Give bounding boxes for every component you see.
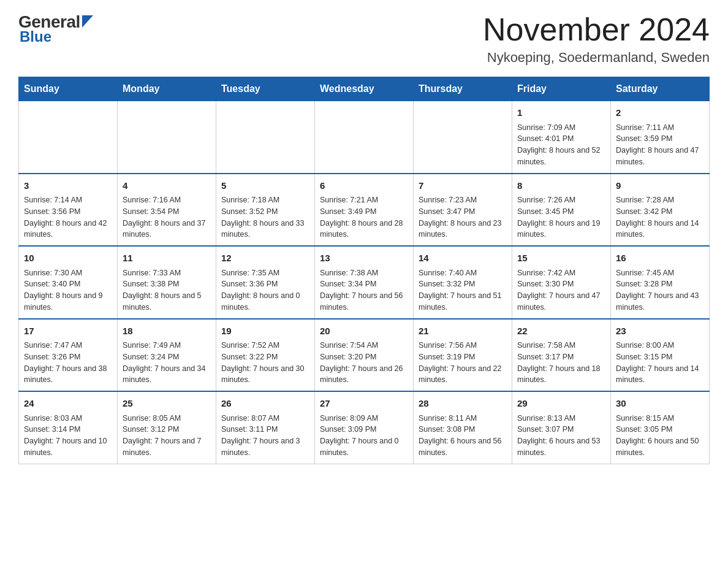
- day-number: 19: [221, 324, 309, 339]
- day-number: 30: [616, 397, 704, 411]
- calendar-cell: 16Sunrise: 7:45 AMSunset: 3:28 PMDayligh…: [611, 246, 710, 319]
- header-friday: Friday: [512, 77, 611, 101]
- sun-info: Sunrise: 7:58 AMSunset: 3:17 PMDaylight:…: [517, 340, 605, 386]
- calendar-cell: 29Sunrise: 8:13 AMSunset: 3:07 PMDayligh…: [512, 391, 611, 464]
- calendar-cell: 3Sunrise: 7:14 AMSunset: 3:56 PMDaylight…: [19, 174, 118, 247]
- calendar-cell: 14Sunrise: 7:40 AMSunset: 3:32 PMDayligh…: [414, 246, 512, 319]
- day-number: 25: [123, 397, 211, 411]
- sun-info: Sunrise: 7:30 AMSunset: 3:40 PMDaylight:…: [24, 267, 112, 313]
- sun-info: Sunrise: 7:49 AMSunset: 3:24 PMDaylight:…: [123, 340, 211, 386]
- calendar-table: SundayMondayTuesdayWednesdayThursdayFrid…: [18, 77, 710, 464]
- sun-info: Sunrise: 7:47 AMSunset: 3:26 PMDaylight:…: [24, 340, 112, 386]
- sun-info: Sunrise: 7:52 AMSunset: 3:22 PMDaylight:…: [221, 340, 309, 386]
- sun-info: Sunrise: 7:56 AMSunset: 3:19 PMDaylight:…: [419, 340, 507, 386]
- calendar-cell: [414, 101, 512, 174]
- sun-info: Sunrise: 8:13 AMSunset: 3:07 PMDaylight:…: [517, 413, 605, 459]
- day-number: 12: [221, 251, 309, 266]
- day-number: 3: [24, 179, 112, 193]
- day-number: 13: [320, 251, 408, 266]
- day-number: 6: [320, 179, 408, 193]
- sun-info: Sunrise: 7:18 AMSunset: 3:52 PMDaylight:…: [221, 194, 309, 240]
- calendar-cell: 30Sunrise: 8:15 AMSunset: 3:05 PMDayligh…: [611, 391, 710, 464]
- day-number: 15: [517, 251, 605, 266]
- calendar-week-row: 24Sunrise: 8:03 AMSunset: 3:14 PMDayligh…: [19, 391, 710, 464]
- calendar-cell: 1Sunrise: 7:09 AMSunset: 4:01 PMDaylight…: [512, 101, 611, 174]
- day-number: 14: [419, 251, 507, 266]
- sun-info: Sunrise: 7:45 AMSunset: 3:28 PMDaylight:…: [616, 267, 704, 313]
- calendar-cell: 24Sunrise: 8:03 AMSunset: 3:14 PMDayligh…: [19, 391, 118, 464]
- day-number: 22: [517, 324, 605, 339]
- day-number: 27: [320, 397, 408, 411]
- sun-info: Sunrise: 7:35 AMSunset: 3:36 PMDaylight:…: [221, 267, 309, 313]
- header-sunday: Sunday: [19, 77, 118, 101]
- calendar-cell: 21Sunrise: 7:56 AMSunset: 3:19 PMDayligh…: [414, 319, 512, 392]
- calendar-cell: 11Sunrise: 7:33 AMSunset: 3:38 PMDayligh…: [118, 246, 216, 319]
- logo-blue-text: Blue: [20, 28, 51, 45]
- day-number: 28: [419, 397, 507, 411]
- calendar-cell: 7Sunrise: 7:23 AMSunset: 3:47 PMDaylight…: [414, 174, 512, 247]
- day-number: 18: [123, 324, 211, 339]
- sun-info: Sunrise: 8:00 AMSunset: 3:15 PMDaylight:…: [616, 340, 704, 386]
- sun-info: Sunrise: 7:16 AMSunset: 3:54 PMDaylight:…: [123, 194, 211, 240]
- calendar-cell: 12Sunrise: 7:35 AMSunset: 3:36 PMDayligh…: [216, 246, 315, 319]
- sun-info: Sunrise: 7:23 AMSunset: 3:47 PMDaylight:…: [419, 194, 507, 240]
- sun-info: Sunrise: 8:03 AMSunset: 3:14 PMDaylight:…: [24, 413, 112, 459]
- day-number: 5: [221, 179, 309, 193]
- day-number: 26: [221, 397, 309, 411]
- calendar-subtitle: Nykoeping, Soedermanland, Sweden: [483, 50, 710, 66]
- calendar-week-row: 1Sunrise: 7:09 AMSunset: 4:01 PMDaylight…: [19, 101, 710, 174]
- title-block: November 2024 Nykoeping, Soedermanland, …: [483, 12, 710, 66]
- calendar-cell: 9Sunrise: 7:28 AMSunset: 3:42 PMDaylight…: [611, 174, 710, 247]
- calendar-cell: 28Sunrise: 8:11 AMSunset: 3:08 PMDayligh…: [414, 391, 512, 464]
- day-number: 29: [517, 397, 605, 411]
- calendar-week-row: 10Sunrise: 7:30 AMSunset: 3:40 PMDayligh…: [19, 246, 710, 319]
- calendar-cell: [118, 101, 216, 174]
- sun-info: Sunrise: 7:42 AMSunset: 3:30 PMDaylight:…: [517, 267, 605, 313]
- logo: General Blue: [18, 12, 93, 45]
- calendar-cell: [315, 101, 414, 174]
- calendar-cell: 10Sunrise: 7:30 AMSunset: 3:40 PMDayligh…: [19, 246, 118, 319]
- day-number: 20: [320, 324, 408, 339]
- sun-info: Sunrise: 7:14 AMSunset: 3:56 PMDaylight:…: [24, 194, 112, 240]
- calendar-cell: 23Sunrise: 8:00 AMSunset: 3:15 PMDayligh…: [611, 319, 710, 392]
- day-number: 23: [616, 324, 704, 339]
- calendar-cell: 4Sunrise: 7:16 AMSunset: 3:54 PMDaylight…: [118, 174, 216, 247]
- day-number: 16: [616, 251, 704, 266]
- day-number: 21: [419, 324, 507, 339]
- header-saturday: Saturday: [611, 77, 710, 101]
- calendar-cell: 18Sunrise: 7:49 AMSunset: 3:24 PMDayligh…: [118, 319, 216, 392]
- header: General Blue November 2024 Nykoeping, So…: [18, 12, 710, 66]
- sun-info: Sunrise: 7:28 AMSunset: 3:42 PMDaylight:…: [616, 194, 704, 240]
- day-number: 11: [123, 251, 211, 266]
- calendar-cell: 27Sunrise: 8:09 AMSunset: 3:09 PMDayligh…: [315, 391, 414, 464]
- sun-info: Sunrise: 8:09 AMSunset: 3:09 PMDaylight:…: [320, 413, 408, 459]
- day-number: 4: [123, 179, 211, 193]
- calendar-cell: 17Sunrise: 7:47 AMSunset: 3:26 PMDayligh…: [19, 319, 118, 392]
- logo-arrow-icon: [82, 15, 93, 28]
- header-monday: Monday: [118, 77, 216, 101]
- sun-info: Sunrise: 7:21 AMSunset: 3:49 PMDaylight:…: [320, 194, 408, 240]
- sun-info: Sunrise: 7:40 AMSunset: 3:32 PMDaylight:…: [419, 267, 507, 313]
- sun-info: Sunrise: 7:33 AMSunset: 3:38 PMDaylight:…: [123, 267, 211, 313]
- day-number: 2: [616, 106, 704, 120]
- day-number: 7: [419, 179, 507, 193]
- day-number: 9: [616, 179, 704, 193]
- calendar-cell: 6Sunrise: 7:21 AMSunset: 3:49 PMDaylight…: [315, 174, 414, 247]
- calendar-cell: 8Sunrise: 7:26 AMSunset: 3:45 PMDaylight…: [512, 174, 611, 247]
- day-number: 17: [24, 324, 112, 339]
- calendar-cell: 13Sunrise: 7:38 AMSunset: 3:34 PMDayligh…: [315, 246, 414, 319]
- header-thursday: Thursday: [414, 77, 512, 101]
- calendar-week-row: 3Sunrise: 7:14 AMSunset: 3:56 PMDaylight…: [19, 174, 710, 247]
- calendar-cell: 26Sunrise: 8:07 AMSunset: 3:11 PMDayligh…: [216, 391, 315, 464]
- sun-info: Sunrise: 7:38 AMSunset: 3:34 PMDaylight:…: [320, 267, 408, 313]
- svg-marker-0: [82, 15, 93, 28]
- day-number: 1: [517, 106, 605, 120]
- sun-info: Sunrise: 7:26 AMSunset: 3:45 PMDaylight:…: [517, 194, 605, 240]
- calendar-title: November 2024: [483, 12, 710, 47]
- sun-info: Sunrise: 8:05 AMSunset: 3:12 PMDaylight:…: [123, 413, 211, 459]
- sun-info: Sunrise: 7:09 AMSunset: 4:01 PMDaylight:…: [517, 122, 605, 168]
- calendar-cell: 20Sunrise: 7:54 AMSunset: 3:20 PMDayligh…: [315, 319, 414, 392]
- sun-info: Sunrise: 7:54 AMSunset: 3:20 PMDaylight:…: [320, 340, 408, 386]
- calendar-cell: 25Sunrise: 8:05 AMSunset: 3:12 PMDayligh…: [118, 391, 216, 464]
- calendar-header-row: SundayMondayTuesdayWednesdayThursdayFrid…: [19, 77, 710, 101]
